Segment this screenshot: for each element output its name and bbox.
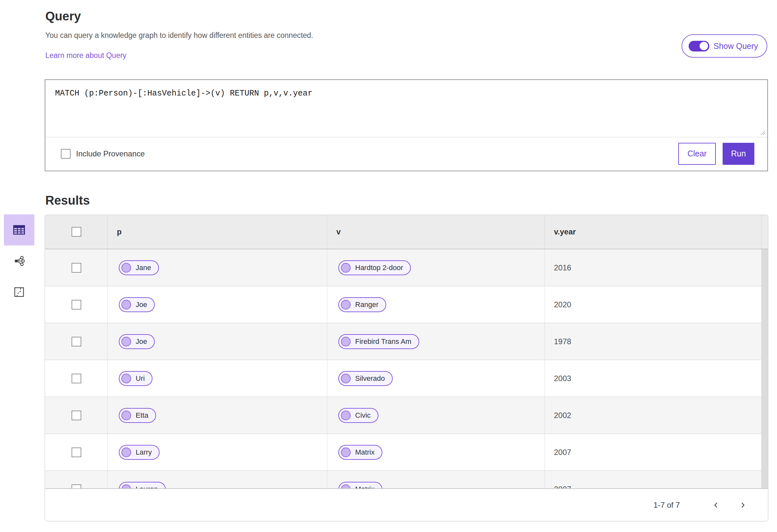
graph-view-button[interactable] xyxy=(4,245,34,277)
next-page-button[interactable] xyxy=(736,499,749,512)
learn-more-link[interactable]: Learn more about Query xyxy=(45,51,127,60)
node-dot-icon xyxy=(121,485,131,489)
chevron-right-icon xyxy=(739,501,747,509)
page-description: You can query a knowledge graph to ident… xyxy=(45,31,313,40)
v-year-cell: 2002 xyxy=(545,397,768,434)
v-year-cell: 2007 xyxy=(545,471,768,488)
select-all-checkbox[interactable] xyxy=(72,227,81,237)
table-row: Joe Firebird Trans Am 1978 xyxy=(45,323,768,360)
p-cell: Larry xyxy=(107,434,327,470)
node-dot-icon xyxy=(121,374,131,384)
person-node-label: Uri xyxy=(136,374,145,383)
person-node-label: Joe xyxy=(136,337,147,346)
person-node-chip[interactable]: Larry xyxy=(119,445,159,460)
query-input[interactable]: MATCH (p:Person)-[:HasVehicle]->(v) RETU… xyxy=(45,80,767,137)
vehicle-node-label: Ranger xyxy=(355,301,378,309)
row-select-checkbox[interactable] xyxy=(72,263,81,273)
vehicle-node-chip[interactable]: Firebird Trans Am xyxy=(338,334,419,349)
show-query-toggle[interactable]: Show Query xyxy=(681,34,767,58)
header-scrollbar-spacer xyxy=(761,215,768,249)
person-node-chip[interactable]: Uri xyxy=(119,371,152,386)
table-row: Etta Civic 2002 xyxy=(45,397,768,434)
row-checkbox-cell xyxy=(45,397,107,434)
p-cell: Lauren xyxy=(107,471,327,488)
p-cell: Uri xyxy=(107,360,327,397)
column-header-v-year[interactable]: v.year xyxy=(545,215,761,249)
node-dot-icon xyxy=(341,263,351,273)
toggle-track[interactable] xyxy=(689,41,709,51)
previous-page-button[interactable] xyxy=(710,499,723,512)
person-node-chip[interactable]: Joe xyxy=(119,297,155,312)
table-view-icon xyxy=(12,223,26,237)
column-header-p[interactable]: p xyxy=(107,215,327,249)
person-node-chip[interactable]: Jane xyxy=(119,260,159,275)
p-cell: Jane xyxy=(107,249,327,286)
v-year-cell: 2007 xyxy=(545,434,768,470)
clear-button[interactable]: Clear xyxy=(678,143,716,165)
p-cell: Etta xyxy=(107,397,327,434)
query-page: Query You can query a knowledge graph to… xyxy=(0,0,777,532)
node-dot-icon xyxy=(121,300,131,310)
v-cell: Matrix xyxy=(327,471,545,488)
vehicle-node-chip[interactable]: Ranger xyxy=(338,297,386,312)
node-dot-icon xyxy=(341,374,351,384)
show-query-label: Show Query xyxy=(713,41,758,51)
table-view-button[interactable] xyxy=(4,214,34,245)
header-checkbox-cell xyxy=(45,215,107,249)
person-node-chip[interactable]: Joe xyxy=(119,334,155,349)
chevron-left-icon xyxy=(712,501,720,509)
run-button[interactable]: Run xyxy=(723,143,754,165)
row-checkbox-cell xyxy=(45,323,107,360)
vehicle-node-chip[interactable]: Silverado xyxy=(338,371,393,386)
node-dot-icon xyxy=(121,411,131,420)
table-row: Jane Hardtop 2-door 2016 xyxy=(45,249,768,286)
p-cell: Joe xyxy=(107,323,327,360)
query-editor-panel: MATCH (p:Person)-[:HasVehicle]->(v) RETU… xyxy=(45,79,768,171)
row-checkbox-cell xyxy=(45,286,107,323)
row-select-checkbox[interactable] xyxy=(72,447,81,457)
vehicle-node-label: Matrix xyxy=(355,485,374,489)
vehicle-node-chip[interactable]: Hardtop 2-door xyxy=(338,260,411,275)
row-select-checkbox[interactable] xyxy=(72,374,81,384)
row-checkbox-cell xyxy=(45,434,107,470)
results-view-switcher xyxy=(4,214,34,308)
node-dot-icon xyxy=(341,447,351,457)
person-node-chip[interactable]: Lauren xyxy=(119,482,166,489)
map-view-button[interactable] xyxy=(4,277,34,308)
vehicle-node-label: Firebird Trans Am xyxy=(355,337,412,346)
table-pagination-footer: 1-7 of 7 xyxy=(45,489,768,521)
row-checkbox-cell xyxy=(45,471,107,488)
vehicle-node-chip[interactable]: Matrix xyxy=(338,482,382,489)
v-year-cell: 2003 xyxy=(545,360,768,397)
node-dot-icon xyxy=(341,337,351,346)
table-row: Uri Silverado 2003 xyxy=(45,360,768,397)
node-dot-icon xyxy=(341,300,351,310)
map-view-icon xyxy=(13,286,25,298)
vehicle-node-label: Civic xyxy=(355,411,371,420)
v-cell: Firebird Trans Am xyxy=(327,323,545,360)
page-title: Query xyxy=(45,9,81,23)
person-node-label: Larry xyxy=(136,448,152,456)
vehicle-node-chip[interactable]: Civic xyxy=(338,408,378,423)
v-cell: Ranger xyxy=(327,286,545,323)
row-checkbox-cell xyxy=(45,360,107,397)
include-provenance-checkbox[interactable] xyxy=(61,149,71,158)
row-select-checkbox[interactable] xyxy=(72,411,81,420)
row-select-checkbox[interactable] xyxy=(72,337,81,346)
results-table-header: p v v.year xyxy=(45,215,768,249)
graph-view-icon xyxy=(13,254,25,268)
column-header-v[interactable]: v xyxy=(327,215,545,249)
v-year-cell: 2020 xyxy=(545,286,768,323)
node-dot-icon xyxy=(121,337,131,346)
pagination-range-label: 1-7 of 7 xyxy=(654,501,680,510)
row-select-checkbox[interactable] xyxy=(72,300,81,310)
person-node-label: Lauren xyxy=(136,485,158,489)
person-node-chip[interactable]: Etta xyxy=(119,408,156,423)
row-select-checkbox[interactable] xyxy=(72,485,81,489)
table-scrollbar[interactable] xyxy=(762,249,768,488)
person-node-label: Etta xyxy=(136,411,148,420)
table-row: Joe Ranger 2020 xyxy=(45,286,768,323)
vehicle-node-chip[interactable]: Matrix xyxy=(338,445,382,460)
vehicle-node-label: Matrix xyxy=(355,448,374,456)
v-cell: Hardtop 2-door xyxy=(327,249,545,286)
